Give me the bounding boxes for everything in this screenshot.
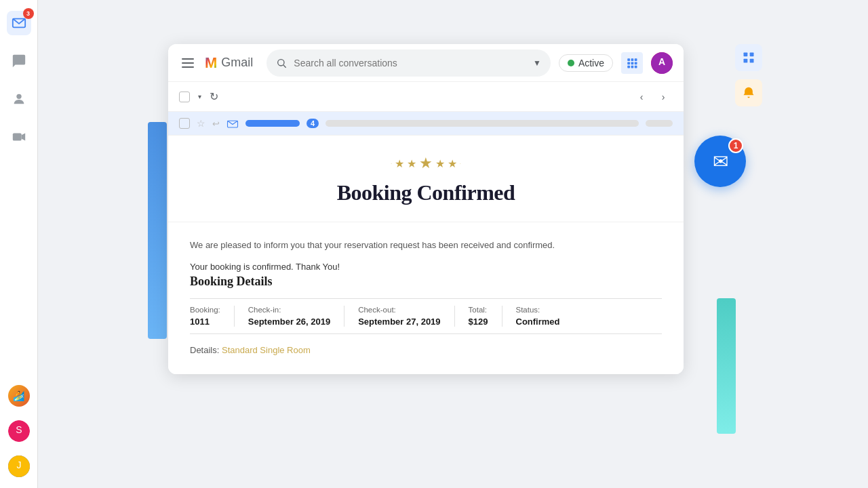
status-label: Status:	[516, 306, 560, 314]
star-4: ★	[435, 157, 445, 170]
checkin-col: Check-in: September 26, 2019	[248, 306, 344, 327]
sidebar-avatar-1[interactable]: 🏄	[8, 385, 30, 407]
star-5: ★	[448, 157, 457, 170]
total-col: Total: $129	[469, 306, 502, 327]
booking-confirmed-title: Booking Confirmed	[337, 180, 515, 205]
sidebar-avatar-3[interactable]: J	[8, 455, 30, 477]
svg-rect-14	[627, 58, 630, 61]
booking-thank-you: Your booking is confirmed. Thank You!	[190, 262, 662, 272]
svg-point-12	[278, 59, 284, 65]
svg-line-13	[283, 65, 286, 68]
mail-badge: 3	[23, 8, 34, 19]
gmail-toolbar: ▾ ↻ ‹ ›	[168, 82, 684, 112]
sidebar-item-contacts[interactable]	[7, 87, 31, 111]
star-dot-1: ·	[391, 161, 392, 165]
decorative-teal-bar	[717, 298, 736, 434]
hamburger-line-2	[182, 62, 194, 64]
select-all-checkbox[interactable]	[179, 92, 190, 102]
checkout-value: September 27, 2019	[358, 317, 440, 327]
booking-details-table: Booking: 1011 Check-in: September 26, 20…	[190, 298, 662, 334]
sidebar-item-mail[interactable]: 3	[7, 11, 31, 35]
svg-rect-9	[750, 53, 754, 57]
svg-rect-21	[631, 65, 634, 68]
svg-text:J: J	[16, 460, 21, 470]
star-button[interactable]: ☆	[197, 118, 205, 129]
mail-icon	[12, 16, 26, 30]
svg-text:A: A	[658, 56, 665, 67]
chat-icon	[12, 54, 26, 68]
right-icon-column	[735, 44, 762, 106]
sidebar-avatar-2[interactable]: S	[8, 420, 30, 442]
email-sender-bar	[245, 120, 300, 127]
search-bar[interactable]: ▼	[267, 49, 551, 77]
booking-number-value: 1011	[190, 317, 220, 327]
select-dropdown-icon[interactable]: ▾	[198, 93, 201, 100]
gmail-topbar: M Gmail ▼ Active	[168, 44, 684, 82]
svg-rect-22	[635, 65, 637, 68]
booking-description: We are pleased to inform you that your r…	[190, 239, 662, 252]
sidebar-item-meet[interactable]	[7, 125, 31, 149]
refresh-button[interactable]: ↻	[210, 90, 218, 103]
notification-count-badge: 1	[728, 138, 743, 153]
prev-page-button[interactable]: ‹	[632, 87, 651, 106]
svg-rect-15	[631, 58, 634, 61]
svg-rect-17	[627, 62, 630, 64]
total-label: Total:	[469, 306, 488, 314]
booking-room-details: Details: Standard Single Room	[190, 345, 662, 355]
gmail-app-name: Gmail	[221, 56, 253, 70]
left-sidebar: 3 🏄 S J	[0, 0, 38, 488]
search-dropdown-icon[interactable]: ▼	[533, 58, 541, 68]
svg-rect-2	[12, 134, 21, 141]
email-checkbox[interactable]	[179, 118, 190, 129]
svg-rect-8	[744, 53, 748, 57]
sidebar-item-chat[interactable]	[7, 49, 31, 73]
email-thread-count: 4	[307, 119, 319, 128]
booking-number-col: Booking: 1011	[190, 306, 235, 327]
next-page-button[interactable]: ›	[654, 87, 673, 106]
hamburger-menu[interactable]	[179, 56, 197, 70]
notification-bubble[interactable]: ✉ 1	[694, 136, 746, 187]
svg-rect-10	[744, 59, 748, 63]
email-list-row[interactable]: ☆ ↩ 4	[168, 112, 684, 136]
pagination-nav: ‹ ›	[632, 87, 673, 106]
svg-marker-3	[21, 134, 24, 141]
right-notification-button[interactable]	[735, 79, 762, 106]
email-date-bar	[646, 120, 673, 127]
star-1: ★	[395, 157, 404, 170]
rating-stars: · ★ ★ ★ ★ ★ ·	[391, 155, 460, 172]
apps-grid-button[interactable]	[621, 52, 643, 74]
email-content-area: · ★ ★ ★ ★ ★ · Booking Confirmed We are p…	[168, 136, 684, 374]
checkin-label: Check-in:	[248, 306, 330, 314]
checkin-value: September 26, 2019	[248, 317, 330, 327]
status-col: Status: Confirmed	[516, 306, 560, 327]
booking-details-card: We are pleased to inform you that your r…	[168, 222, 684, 374]
star-2: ★	[407, 157, 416, 170]
booking-details-heading: Booking Details	[190, 274, 662, 289]
notification-mail-icon: ✉	[713, 150, 728, 173]
active-indicator	[568, 60, 574, 66]
checkout-label: Check-out:	[358, 306, 440, 314]
decorative-blue-bar	[148, 122, 167, 339]
search-input[interactable]	[294, 58, 526, 68]
hamburger-line-3	[182, 66, 194, 68]
hamburger-line-1	[182, 58, 194, 60]
gmail-m-logo: M	[205, 54, 217, 72]
video-icon	[12, 129, 26, 144]
user-avatar-top[interactable]: A	[651, 52, 673, 74]
room-details-link[interactable]: Standard Single Room	[222, 345, 311, 355]
svg-rect-19	[635, 62, 637, 64]
star-3: ★	[419, 155, 433, 172]
booking-number-label: Booking:	[190, 306, 220, 314]
svg-rect-11	[750, 59, 754, 63]
active-label: Active	[578, 58, 604, 68]
svg-text:S: S	[16, 424, 22, 435]
svg-rect-16	[635, 58, 637, 61]
right-apps-button[interactable]	[735, 44, 762, 71]
gmail-window: M Gmail ▼ Active	[168, 44, 684, 374]
active-status-badge[interactable]: Active	[559, 54, 613, 72]
svg-rect-20	[627, 65, 630, 68]
gmail-logo: M Gmail	[205, 54, 253, 72]
reply-icon: ↩	[212, 119, 220, 129]
svg-point-1	[16, 94, 21, 99]
booking-header-card: · ★ ★ ★ ★ ★ · Booking Confirmed	[168, 136, 684, 222]
